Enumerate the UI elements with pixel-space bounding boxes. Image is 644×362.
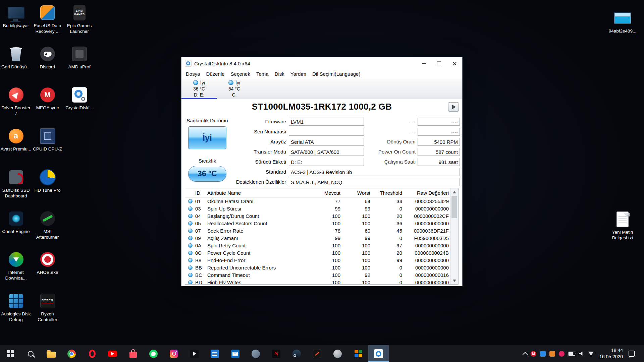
drive-letter-input[interactable] — [289, 158, 364, 166]
smart-attribute-row[interactable]: 03Spin-Up Süresi99990000000000000 — [185, 205, 458, 212]
power-on-count-input[interactable] — [418, 148, 460, 156]
field-row: Arayüz Dönüş Oranı — [181, 138, 462, 146]
desktop-icon-avast[interactable]: a Avast Premiu... — [0, 127, 32, 152]
menu-tema[interactable]: Tema — [253, 70, 272, 78]
desktop-icon-ryzen-controller[interactable]: RYZEN Ryzen Controller — [32, 292, 63, 323]
serial-number-input[interactable] — [289, 128, 364, 136]
health-dot-icon — [188, 214, 193, 218]
smart-attribute-row[interactable]: 09Açılış Zamanı99990F059000003D5 — [185, 234, 458, 242]
smart-attribute-row[interactable]: 07Seek Error Rate7860450000036DF21F — [185, 227, 458, 234]
taskbar-steam[interactable] — [286, 345, 307, 362]
desktop-icon-easeus[interactable]: EaseUS Data Recovery ... — [32, 4, 63, 35]
row-status-cell — [185, 258, 195, 262]
desktop-icon-image-file[interactable]: 94abf2e489... — [602, 9, 643, 34]
desktop-icon-epic-games[interactable]: EPIC GAMES Epic Games Launcher — [63, 4, 95, 35]
row-raw-value-cell: 0000036DF21F — [406, 228, 451, 234]
rotation-rate-input[interactable] — [418, 138, 460, 146]
desktop-icon-msi-afterburner[interactable]: MSI Afterburner — [32, 210, 63, 240]
tray-red-app-icon[interactable] — [559, 351, 565, 357]
action-center-icon[interactable] — [629, 351, 635, 357]
minimize-button[interactable] — [416, 57, 431, 69]
desktop-icon-text-file[interactable]: Yeni Metin Belgesi.txt — [602, 210, 643, 241]
menu-duzenle[interactable]: Düzenle — [203, 70, 228, 78]
taskbar-instagram[interactable] — [164, 345, 184, 362]
row-id-cell: 0A — [195, 243, 207, 248]
desktop-icon-megasync[interactable]: M MEGAsync — [32, 86, 63, 111]
row-worst-cell: 100 — [344, 243, 374, 248]
firmware-input[interactable] — [289, 118, 364, 126]
icon-label: Ryzen Controller — [32, 311, 63, 323]
taskbar-movies-tv[interactable] — [184, 345, 205, 362]
maximize-button[interactable] — [431, 57, 447, 69]
battery-icon[interactable] — [568, 352, 575, 356]
drive-tab-de[interactable]: İyi 36 °C D: E: — [181, 78, 217, 99]
smart-attribute-row[interactable]: BBReported Uncorrectable Errors100100000… — [185, 264, 458, 271]
taskbar-youtube[interactable] — [102, 345, 123, 362]
taskbar-chrome[interactable] — [61, 345, 82, 362]
menu-secenek[interactable]: Seçenek — [228, 70, 253, 78]
tray-blue-app-icon[interactable] — [540, 351, 546, 357]
hidden-icons-chevron[interactable] — [523, 352, 528, 357]
desktop-icon-recycle-bin[interactable]: Geri Dönüşü... — [0, 45, 32, 70]
taskbar-shopping-app[interactable] — [123, 345, 143, 362]
smart-attribute-row[interactable]: B8End-to-End Error10010099000000000000 — [185, 256, 458, 264]
smart-attribute-row[interactable]: 01Okuma Hatası Oranı776434000003255429 — [185, 197, 458, 205]
menu-dosya[interactable]: Dosya — [183, 70, 203, 78]
smart-attribute-row[interactable]: 0CPower Cycle Count1001002000000000024B — [185, 249, 458, 256]
desktop-icon-this-pc[interactable]: Bu bilgisayar — [0, 4, 32, 29]
desktop-icon-discord[interactable]: Discord — [32, 45, 63, 70]
volume-icon[interactable] — [579, 351, 585, 356]
taskbar-crystaldiskinfo[interactable] — [368, 345, 389, 362]
scroll-thumb[interactable] — [451, 196, 457, 218]
menu-disk[interactable]: Disk — [272, 70, 287, 78]
taskbar-document-app[interactable] — [205, 345, 225, 362]
start-button[interactable] — [0, 345, 20, 362]
desktop-icon-auslogics[interactable]: Auslogics Disk Defrag — [0, 292, 32, 323]
spare-input-1[interactable] — [418, 118, 460, 126]
smart-attribute-row[interactable]: 0ASpin Retry Count10010097000000000000 — [185, 242, 458, 249]
next-drive-button[interactable] — [448, 102, 459, 112]
tray-orange-app-icon[interactable] — [549, 351, 555, 357]
drive-tab-c[interactable]: İyi 54 °C C: — [217, 78, 252, 99]
transfer-mode-input[interactable] — [289, 148, 364, 156]
taskbar-app-gray[interactable] — [327, 345, 348, 362]
title-bar[interactable]: CrystalDiskInfo 8.4.0 x64 — [181, 57, 462, 69]
taskbar-tiles-app[interactable] — [348, 345, 368, 362]
close-button[interactable] — [447, 57, 462, 69]
desktop-icon-idm[interactable]: Internet Downloa... — [0, 251, 32, 281]
desktop-icon-crystaldiskinfo[interactable]: CrystalDiskl... — [63, 86, 95, 111]
spare-input-2[interactable] — [418, 128, 460, 136]
table-scrollbar[interactable] — [450, 188, 458, 284]
desktop-icon-driver-booster[interactable]: Driver Booster 7 — [0, 86, 32, 117]
row-attribute-name-cell: Power Cycle Count — [207, 250, 316, 256]
desktop-icon-cheat-engine[interactable]: Cheat Engine — [0, 210, 32, 235]
taskbar-search-button[interactable] — [20, 345, 41, 362]
taskbar-clock[interactable]: 18:44 16.05.2020 — [597, 347, 625, 360]
smart-attribute-row[interactable]: BDHigh Fly Writes1001000000000000000 — [185, 279, 458, 285]
taskbar-file-explorer[interactable] — [41, 345, 61, 362]
features-input[interactable] — [289, 178, 460, 186]
tray-mega-icon[interactable]: M — [531, 351, 536, 357]
taskbar-opera[interactable] — [82, 345, 102, 362]
desktop-icon-sandisk[interactable]: SanDisk SSD Dashboard — [0, 169, 32, 199]
menu-yardim[interactable]: Yardım — [287, 70, 309, 78]
menu-dil-secimi[interactable]: Dil Seçimi(Language) — [309, 70, 363, 78]
power-on-hours-input[interactable] — [418, 158, 460, 166]
taskbar-netflix[interactable]: N — [266, 345, 286, 362]
smart-attribute-row[interactable]: BCCommand Timeout100920000000000016 — [185, 271, 458, 279]
scroll-down-button[interactable] — [450, 277, 458, 284]
taskbar-mail[interactable] — [225, 345, 246, 362]
desktop-icon-hdtune[interactable]: HD Tune Pro — [32, 169, 63, 193]
taskbar-whatsapp[interactable] — [143, 345, 164, 362]
scroll-up-button[interactable] — [450, 188, 458, 196]
smart-attribute-row[interactable]: 04Başlangıç/Duruş Count10010020000000000… — [185, 212, 458, 220]
network-icon[interactable] — [588, 352, 594, 356]
desktop-icon-amd-uprof[interactable]: AMD uProf — [63, 45, 95, 70]
interface-input[interactable] — [289, 138, 364, 146]
taskbar-app-slate[interactable] — [246, 345, 266, 362]
desktop-icon-cpuz[interactable]: CPUID CPU-Z — [32, 127, 63, 152]
taskbar-ryzen-master[interactable] — [307, 345, 327, 362]
standard-input[interactable] — [289, 168, 460, 176]
smart-attribute-row[interactable]: 05Reallocated Sectors Count1001003600000… — [185, 220, 458, 227]
desktop-icon-ahob[interactable]: AHOB.exe — [32, 251, 63, 276]
